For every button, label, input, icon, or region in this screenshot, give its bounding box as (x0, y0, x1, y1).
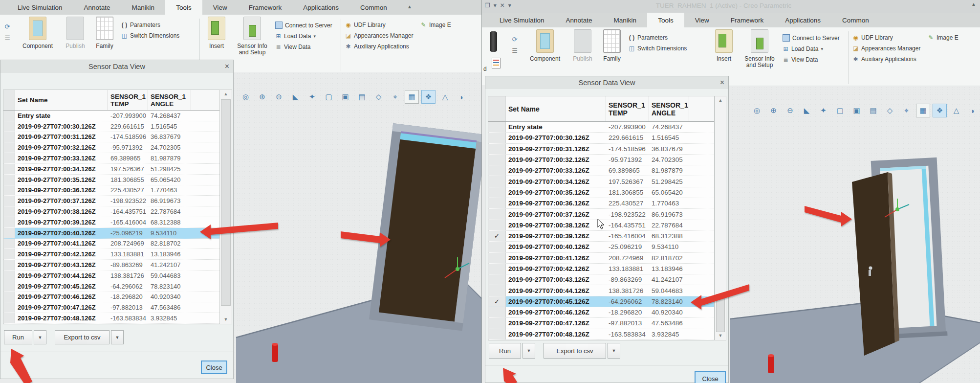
row-selector-cell[interactable] (3, 292, 15, 302)
tab-live-simulation[interactable]: Live Simulation (7, 0, 73, 15)
tab-live-simulation[interactable]: Live Simulation (489, 13, 555, 27)
component-button[interactable]: Component (524, 29, 566, 62)
view-data-button[interactable]: ≣ View Data (275, 44, 337, 50)
row-selector-cell[interactable] (3, 142, 15, 153)
row-selector-cell[interactable] (3, 111, 15, 121)
tab-applications[interactable]: Applications (774, 13, 831, 27)
display-style-icon[interactable]: ▢ (833, 104, 847, 117)
zoom-out-icon[interactable]: ⊖ (783, 104, 797, 117)
display-filters-icon[interactable]: ▦ (405, 90, 419, 104)
row-selector-cell[interactable] (488, 318, 506, 328)
saved-views-icon[interactable]: ▤ (355, 90, 369, 104)
table-row[interactable]: 2019-09-27T07:00:41.126Z208.72496982.818… (3, 239, 219, 249)
row-selector-cell[interactable] (488, 242, 506, 252)
table-row[interactable]: 2019-09-27T07:00:46.126Z-18.29682040.920… (488, 307, 714, 318)
table-row[interactable]: 2019-09-27T07:00:33.126Z69.38986581.9878… (3, 153, 219, 164)
zoom-out-icon[interactable]: ⊖ (272, 90, 286, 104)
table-row[interactable]: ✓2019-09-27T07:00:39.126Z-165.41600468.3… (488, 231, 714, 242)
table-row[interactable]: 2019-09-27T07:00:36.126Z225.4305271.7704… (3, 185, 219, 196)
table-row[interactable]: 2019-09-27T07:00:32.126Z-95.97139224.702… (3, 142, 219, 153)
tab-framework[interactable]: Framework (720, 13, 775, 27)
udf-library-button[interactable]: ◉ UDF Library (852, 34, 924, 41)
display-style-icon[interactable]: ▢ (322, 90, 336, 104)
row-selector-cell[interactable] (3, 121, 15, 132)
scroll-up-icon[interactable]: ▲ (220, 90, 232, 98)
table-row[interactable]: 2019-09-27T07:00:35.126Z181.30685565.065… (3, 175, 219, 185)
table-row[interactable]: 2019-09-27T07:00:43.126Z-89.86326941.242… (488, 274, 714, 285)
tab-tools[interactable]: Tools (647, 13, 684, 27)
insert-sensor-button[interactable]: Insert (204, 17, 229, 49)
publish-button[interactable]: Publish (570, 29, 595, 62)
exit-view-icon[interactable]: ◗ (455, 90, 469, 104)
row-selector-cell[interactable] (488, 209, 506, 219)
tab-common[interactable]: Common (831, 13, 880, 27)
row-selector-cell[interactable] (488, 285, 506, 295)
switch-dimensions-button[interactable]: ◫ Switch Dimensions (629, 45, 703, 52)
table-row[interactable]: 2019-09-27T07:00:48.126Z-163.5838343.932… (3, 313, 219, 324)
3d-viewport[interactable] (234, 72, 481, 383)
export-to-csv-button[interactable]: Export to csv (544, 343, 606, 359)
auxiliary-applications-button[interactable]: ✱ Auxiliary Applications (345, 43, 416, 50)
family-button[interactable]: Family (599, 29, 625, 62)
dialog-close-icon[interactable]: × (720, 76, 724, 89)
analysis-warning-icon[interactable]: △ (438, 90, 452, 104)
row-selector-cell[interactable] (488, 165, 506, 176)
tab-manikin[interactable]: Manikin (121, 0, 166, 15)
row-selector-cell[interactable] (3, 175, 15, 185)
tab-common[interactable]: Common (349, 0, 398, 15)
table-row[interactable]: 2019-09-27T07:00:43.126Z-89.86326941.242… (3, 260, 219, 270)
tab-tools[interactable]: Tools (165, 0, 202, 15)
sensors-display-icon[interactable]: ❖ (421, 90, 436, 104)
set-name-header[interactable]: Set Name (506, 96, 606, 121)
row-selector-cell[interactable] (488, 155, 506, 165)
sensor1-temp-header[interactable]: SENSOR_1TEMP (606, 96, 649, 121)
sensor1-temp-header[interactable]: SENSOR_1TEMP (108, 90, 148, 110)
row-selector-cell[interactable] (3, 281, 15, 292)
collapse-ribbon-icon[interactable]: ▲ (971, 1, 976, 7)
appearances-manager-button[interactable]: ◪ Appearances Manager (852, 45, 924, 52)
table-row[interactable]: ✓2019-09-27T07:00:45.126Z-64.29606278.82… (488, 296, 714, 307)
tab-annotate[interactable]: Annotate (73, 0, 121, 15)
table-row[interactable]: 2019-09-27T07:00:34.126Z197.52636751.298… (488, 176, 714, 187)
table-row[interactable]: 2019-09-27T07:00:37.126Z-198.92352286.91… (488, 209, 714, 220)
table-row[interactable]: 2019-09-27T07:00:44.126Z138.38172659.044… (488, 285, 714, 296)
close-button[interactable]: Close (695, 371, 726, 383)
perspective-icon[interactable]: ◇ (371, 90, 386, 104)
table-row[interactable]: 2019-09-27T07:00:41.126Z208.72496982.818… (488, 253, 714, 264)
table-row[interactable]: 2019-09-27T07:00:48.126Z-163.5838343.932… (488, 329, 714, 340)
udf-library-button[interactable]: ◉ UDF Library (345, 22, 416, 28)
row-selector-cell[interactable] (3, 196, 15, 206)
row-selector-cell[interactable] (3, 217, 15, 227)
sensor1-angle-header[interactable]: SENSOR_1ANGLE (148, 90, 191, 110)
table-row[interactable]: 2019-09-27T07:00:47.126Z-97.88201347.563… (488, 318, 714, 329)
table-row[interactable]: 2019-09-27T07:00:42.126Z133.18388113.183… (488, 264, 714, 274)
row-selector-cell[interactable] (3, 249, 15, 259)
export-dropdown-button[interactable]: ▼ (111, 330, 124, 344)
family-button[interactable]: Family (92, 17, 117, 49)
row-selector-cell[interactable] (3, 313, 15, 323)
tab-manikin[interactable]: Manikin (603, 13, 648, 27)
table-scrollbar[interactable]: ▲ ▼ (715, 96, 726, 340)
row-selector-cell[interactable] (3, 260, 15, 270)
zoom-region-icon[interactable]: ◎ (750, 104, 764, 117)
datum-display-icon[interactable]: ⌖ (388, 90, 402, 104)
run-dropdown-button[interactable]: ▼ (34, 330, 46, 344)
table-row[interactable]: 2019-09-27T07:00:38.126Z-164.43575122.78… (488, 220, 714, 231)
row-selector-cell[interactable] (488, 198, 506, 208)
run-button[interactable]: Run (4, 330, 32, 344)
publish-button[interactable]: Publish (63, 17, 88, 49)
row-selector-cell[interactable] (3, 185, 15, 196)
row-selector-cell[interactable] (488, 274, 506, 285)
saved-views-icon[interactable]: ▤ (866, 104, 880, 117)
dialog-close-icon[interactable]: × (225, 60, 229, 73)
close-button[interactable]: Close (201, 360, 227, 374)
row-selector-cell[interactable] (3, 228, 15, 238)
row-selector-cell[interactable] (488, 144, 506, 154)
table-row[interactable]: 2019-09-27T07:00:40.126Z-25.0962199.5341… (3, 228, 219, 239)
table-row[interactable]: 2019-09-27T07:00:35.126Z181.30685565.065… (488, 187, 714, 198)
connect-to-server-button[interactable]: Connect to Server (275, 22, 337, 29)
table-row[interactable]: 2019-09-27T07:00:46.126Z-18.29682040.920… (3, 292, 219, 303)
insert-sensor-button[interactable]: Insert (711, 29, 737, 62)
table-row[interactable]: 2019-09-27T07:00:32.126Z-95.97139224.702… (488, 155, 714, 165)
model-tree-icon[interactable]: ☰ (512, 47, 518, 54)
